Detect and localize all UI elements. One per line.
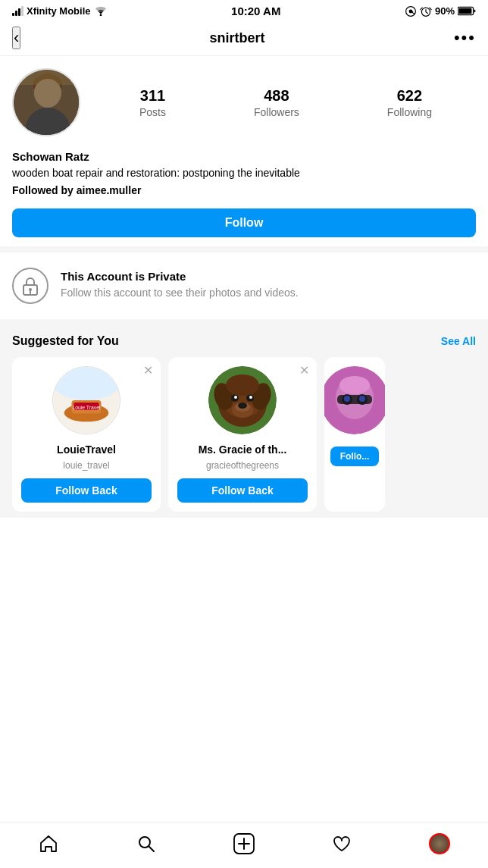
private-subtitle: Follow this account to see their photos … [61,286,299,301]
nav-search-button[interactable] [128,830,164,857]
posts-label: Posts [139,106,166,118]
suggestion-card-1: ✕ Louie Travel [12,357,161,512]
suggested-section: Suggested for You See All ✕ [0,325,488,518]
alarm-icon [420,5,432,17]
following-count: 622 [397,87,422,105]
battery-icon [458,6,476,16]
svg-point-30 [238,403,247,409]
at-icon [405,5,417,17]
section-divider-2 [0,319,488,325]
follow-back-button-1[interactable]: Follow Back [21,478,152,503]
home-icon [39,834,58,854]
follow-back-button-2[interactable]: Follow Back [177,478,308,503]
wifi-icon [94,6,108,16]
bottom-navigation [0,822,488,868]
svg-rect-10 [14,70,80,85]
profile-avatar-thumbnail [429,833,450,854]
more-options-button[interactable]: ••• [454,28,476,48]
card-handle-2: gracieofthegreens [206,460,279,471]
followed-by-user: aimee.muller [77,184,142,196]
status-bar: Xfinity Mobile 10:20 AM 90% [0,0,488,20]
nav-activity-button[interactable] [324,830,360,857]
svg-point-41 [344,396,350,402]
svg-point-42 [359,396,365,402]
card-avatar-gracie [208,366,277,434]
card-username-2: Ms. Gracie of th... [199,443,287,456]
svg-point-0 [99,14,102,16]
bottom-spacer [0,518,488,578]
follow-button[interactable]: Follow [12,208,476,237]
avatar [12,68,80,136]
svg-point-43 [339,376,370,394]
nav-home-button[interactable] [30,830,67,857]
status-time: 10:20 AM [231,5,280,17]
card-username-1: LouieTravel [57,443,116,456]
suggestion-card-3: Follo... [324,357,385,512]
card-avatar-louietravel: Louie Travel [52,366,120,434]
card-handle-1: louie_travel [63,460,109,471]
section-divider [0,246,488,252]
svg-point-2 [409,9,413,13]
private-text: This Account is Private Follow this acco… [61,270,299,301]
followed-by: Followed by aimee.muller [12,184,476,196]
nav-profile-button[interactable] [421,830,458,857]
profile-bio: wooden boat repair and restoration: post… [12,166,476,181]
header-username: snirtbert [210,30,265,46]
svg-point-9 [27,114,69,136]
status-left: Xfinity Mobile [12,5,108,17]
stat-following[interactable]: 622 Following [387,87,432,118]
svg-point-35 [226,374,259,396]
profile-section: 311 Posts 488 Followers 622 Following [0,56,488,143]
suggestion-cards-row: ✕ Louie Travel [12,357,476,512]
lock-icon [12,268,48,304]
carrier-label: Xfinity Mobile [27,5,91,17]
card-avatar-third [324,366,385,434]
nav-add-button[interactable] [226,830,262,857]
posts-count: 311 [140,87,165,105]
svg-rect-5 [458,8,471,14]
svg-rect-22 [53,367,120,400]
private-account-section: This Account is Private Follow this acco… [0,252,488,319]
svg-text:Louie Travel: Louie Travel [72,404,101,409]
add-icon [233,833,255,854]
following-label: Following [387,106,432,118]
avatar-image [14,70,80,136]
svg-point-34 [249,396,252,399]
signal-icon [12,6,23,16]
svg-point-33 [234,396,237,399]
heart-icon [332,834,352,854]
suggested-header: Suggested for You See All [12,334,476,348]
suggestion-card-2: ✕ [168,357,317,512]
search-icon [136,834,156,854]
battery-label: 90% [435,5,455,17]
status-right: 90% [405,5,476,17]
stat-followers[interactable]: 488 Followers [254,87,299,118]
private-title: This Account is Private [61,270,299,283]
profile-top: 311 Posts 488 Followers 622 Following [12,68,476,136]
stats-container: 311 Posts 488 Followers 622 Following [95,87,476,118]
back-button[interactable]: ‹ [12,27,20,49]
profile-header: ‹ snirtbert ••• [0,20,488,56]
followers-label: Followers [254,106,299,118]
see-all-link[interactable]: See All [441,335,476,347]
follow-button-container: Follow [0,202,488,246]
follow-back-button-3[interactable]: Follo... [330,447,379,466]
stat-posts[interactable]: 311 Posts [139,87,166,118]
close-card-1-button[interactable]: ✕ [143,363,153,378]
close-card-2-button[interactable]: ✕ [299,363,309,378]
profile-name: Schowan Ratz [12,150,476,163]
suggested-title: Suggested for You [12,334,119,348]
svg-line-45 [149,847,155,852]
followed-by-label: Followed by [12,184,74,196]
bio-section: Schowan Ratz wooden boat repair and rest… [0,143,488,202]
followers-count: 488 [264,87,289,105]
